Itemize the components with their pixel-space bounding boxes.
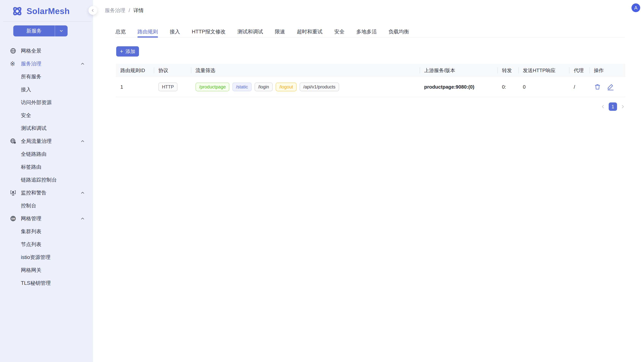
chevron-left-icon <box>90 8 95 13</box>
new-service-label: 新服务 <box>13 25 55 36</box>
tab-overview[interactable]: 总览 <box>116 26 126 37</box>
sidebar-item-global-traffic[interactable]: 全局流量治理 <box>0 135 93 148</box>
chevron-up-icon <box>80 190 85 195</box>
sidebar-item-access[interactable]: 接入 <box>0 83 93 96</box>
sidebar-item-label: 服务治理 <box>21 60 42 67</box>
sidebar-divider <box>3 21 92 22</box>
sidebar-item-console[interactable]: 控制台 <box>0 199 93 212</box>
sidebar-item-mesh-gateway[interactable]: 网格网关 <box>0 264 93 277</box>
trash-icon <box>594 83 601 90</box>
column-header-upstream: 上游服务/版本 <box>420 64 498 77</box>
tab-routing-rules[interactable]: 路由规则 <box>138 26 158 37</box>
sidebar-item-label: 全局流量治理 <box>21 138 52 145</box>
cell-traffic-filters: /productpage /static /login /logout /api… <box>191 77 420 97</box>
column-header-http-response: 发送HTTP响应 <box>518 64 569 77</box>
pagination-prev-button[interactable] <box>600 104 606 109</box>
column-header-protocol: 协议 <box>154 64 191 77</box>
sidebar-item-mesh-management[interactable]: SM 网格管理 <box>0 212 93 225</box>
app-title: SolarMesh <box>26 6 70 16</box>
tab-load-balancing[interactable]: 负载均衡 <box>389 26 409 37</box>
column-header-actions: 操作 <box>589 64 626 77</box>
column-header-proxy: 代理 <box>569 64 589 77</box>
filter-tag: /logout <box>276 82 296 91</box>
sidebar-item-label: 网格全景 <box>21 47 42 54</box>
cell-proxy: / <box>569 77 589 97</box>
solarmesh-logo-icon <box>12 6 23 17</box>
add-button[interactable]: + 添加 <box>116 46 139 56</box>
routing-rules-table: 路由规则ID 协议 流量筛选 上游服务/版本 转发 发送HTTP响应 代理 操作… <box>116 64 626 97</box>
sidebar-item-node-list[interactable]: 节点列表 <box>0 238 93 251</box>
sidebar-item-label: 监控和警告 <box>21 189 46 196</box>
filter-tag: /productpage <box>196 82 229 91</box>
pagination-next-button[interactable] <box>620 104 626 109</box>
tab-rate-limit[interactable]: 限速 <box>275 26 285 37</box>
sidebar: SolarMesh 新服务 网格全景 ※ 服务治理 <box>0 0 93 362</box>
tab-http-rewrite[interactable]: HTTP报文修改 <box>192 26 226 37</box>
tab-timeout-retry[interactable]: 超时和重试 <box>297 26 322 37</box>
sidebar-collapse-button[interactable] <box>88 6 97 15</box>
breadcrumb-separator: / <box>129 7 130 13</box>
filter-tag: /login <box>254 82 273 91</box>
sidebar-item-service-governance[interactable]: ※ 服务治理 <box>0 57 93 70</box>
filter-tag: /api/v1/products <box>300 82 339 91</box>
cell-http-response: 0 <box>518 77 569 97</box>
sidebar-item-full-link-routing[interactable]: 全链路路由 <box>0 148 93 160</box>
delete-button[interactable] <box>594 83 601 90</box>
cell-upstream: productpage:9080:(0) <box>420 77 498 97</box>
edit-button[interactable] <box>607 83 614 91</box>
sidebar-item-monitoring-alerts[interactable]: 监控和警告 <box>0 186 93 199</box>
app-window: SolarMesh 新服务 网格全景 ※ 服务治理 <box>0 0 644 362</box>
globe-gear-icon <box>10 138 18 145</box>
sidebar-item-cluster-list[interactable]: 集群列表 <box>0 225 93 238</box>
plus-icon: + <box>120 48 123 54</box>
breadcrumb-parent[interactable]: 服务治理 <box>105 7 125 13</box>
cell-rule-id: 1 <box>116 77 154 97</box>
breadcrumb: 服务治理 / 详情 <box>105 7 144 14</box>
tab-security[interactable]: 安全 <box>334 26 344 37</box>
tab-test-debug[interactable]: 测试和调试 <box>238 26 263 37</box>
sidebar-item-label: 网格管理 <box>21 215 42 222</box>
add-button-label: 添加 <box>126 48 135 55</box>
sidebar-item-security[interactable]: 安全 <box>0 109 93 122</box>
logo: SolarMesh <box>0 0 93 17</box>
chevron-up-icon <box>80 139 85 144</box>
column-header-rule-id: 路由规则ID <box>116 64 154 77</box>
sm-badge-icon: SM <box>10 215 18 222</box>
sidebar-item-external-resources[interactable]: 访问外部资源 <box>0 96 93 109</box>
globe-icon <box>10 47 18 54</box>
cell-protocol: HTTP <box>154 77 191 97</box>
sidebar-item-label-routing[interactable]: 标签路由 <box>0 160 93 173</box>
svg-text:SM: SM <box>11 217 15 220</box>
main-content: 服务治理 / 详情 A 总览 路由规则 接入 HTTP报文修改 测试和调试 限速… <box>93 0 644 362</box>
sidebar-item-tls-keys[interactable]: TLS秘钥管理 <box>0 277 93 290</box>
table-row: 1 HTTP /productpage /static /login /logo… <box>116 77 626 97</box>
chevron-left-icon <box>600 104 606 109</box>
sidebar-item-all-services[interactable]: 所有服务 <box>0 70 93 83</box>
sidebar-item-mesh-overview[interactable]: 网格全景 <box>0 44 93 57</box>
pagination-page-1[interactable]: 1 <box>609 102 617 111</box>
protocol-tag: HTTP <box>158 82 178 91</box>
filter-tag: /static <box>232 82 252 91</box>
chevron-right-icon <box>620 104 626 109</box>
pagination: 1 <box>600 102 626 111</box>
column-header-traffic-filter: 流量筛选 <box>191 64 420 77</box>
sidebar-item-test-debug[interactable]: 测试和调试 <box>0 122 93 135</box>
tab-multi-region[interactable]: 多地多活 <box>356 26 377 37</box>
sidebar-item-trace-console[interactable]: 链路追踪控制台 <box>0 173 93 186</box>
sidebar-item-istio-resources[interactable]: istio资源管理 <box>0 251 93 264</box>
monitor-alarm-icon <box>10 189 18 196</box>
service-governance-icon: ※ <box>10 60 18 67</box>
chevron-up-icon <box>80 216 85 221</box>
cell-actions <box>589 77 626 97</box>
chevron-up-icon <box>80 61 85 66</box>
table-header-row: 路由规则ID 协议 流量筛选 上游服务/版本 转发 发送HTTP响应 代理 操作 <box>116 64 626 77</box>
breadcrumb-current: 详情 <box>134 7 144 13</box>
user-avatar[interactable]: A <box>632 3 640 12</box>
tab-bar: 总览 路由规则 接入 HTTP报文修改 测试和调试 限速 超时和重试 安全 多地… <box>116 26 625 37</box>
edit-pencil-icon <box>607 83 614 91</box>
new-service-button[interactable]: 新服务 <box>13 25 68 36</box>
cell-forward: 0: <box>498 77 518 97</box>
column-header-forward: 转发 <box>498 64 518 77</box>
tab-access[interactable]: 接入 <box>170 26 180 37</box>
chevron-down-icon[interactable] <box>55 25 68 36</box>
